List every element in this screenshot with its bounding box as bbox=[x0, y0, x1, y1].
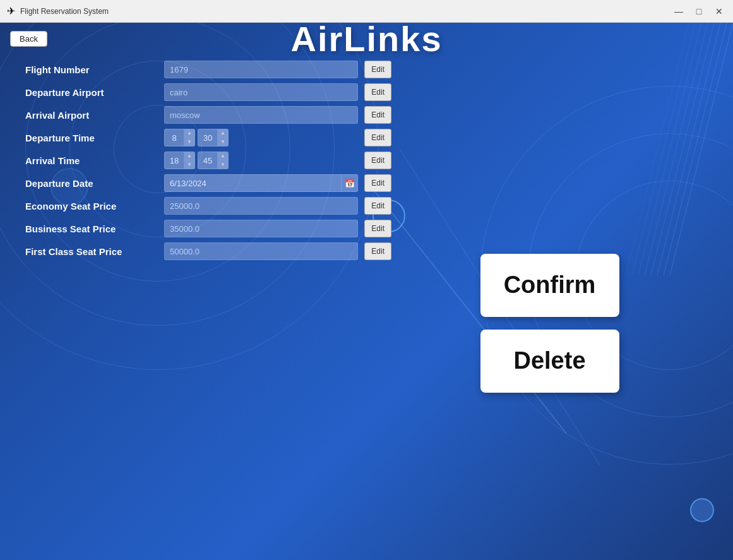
hour-down-departure-time[interactable]: ▼ bbox=[184, 138, 194, 146]
edit-button-arrival-time[interactable]: Edit bbox=[364, 152, 391, 169]
edit-button-flight-number[interactable]: Edit bbox=[364, 61, 391, 78]
input-departure-airport[interactable] bbox=[164, 83, 358, 101]
form-row-arrival-airport: Arrival AirportEdit bbox=[25, 106, 391, 124]
close-button[interactable]: ✕ bbox=[710, 4, 728, 18]
form-row-flight-number: Flight NumberEdit bbox=[25, 61, 391, 78]
label-departure-date: Departure Date bbox=[25, 178, 158, 189]
window-title: Flight Reservation System bbox=[20, 7, 670, 16]
hour-up-arrival-time[interactable]: ▲ bbox=[184, 152, 194, 160]
title-bar: ✈ Flight Reservation System — □ ✕ bbox=[0, 0, 733, 23]
edit-button-departure-airport[interactable]: Edit bbox=[364, 83, 391, 101]
form-row-first-class-seat-price: First Class Seat PriceEdit bbox=[25, 242, 391, 260]
maximize-button[interactable]: □ bbox=[690, 4, 708, 18]
delete-button[interactable]: Delete bbox=[480, 330, 619, 393]
edit-button-business-seat-price[interactable]: Edit bbox=[364, 220, 391, 237]
app-icon: ✈ bbox=[5, 6, 16, 17]
minute-down-arrival-time[interactable]: ▼ bbox=[218, 160, 228, 169]
minute-value-departure-time: 30 bbox=[198, 133, 217, 143]
hour-down-arrival-time[interactable]: ▼ bbox=[184, 160, 194, 169]
date-value-departure-date: 6/13/2024 bbox=[165, 179, 341, 188]
form-row-departure-airport: Departure AirportEdit bbox=[25, 83, 391, 101]
hour-value-arrival-time: 18 bbox=[165, 156, 184, 165]
edit-button-arrival-airport[interactable]: Edit bbox=[364, 106, 391, 124]
label-departure-airport: Departure Airport bbox=[25, 87, 158, 98]
minute-value-arrival-time: 45 bbox=[198, 156, 217, 165]
back-button[interactable]: Back bbox=[10, 31, 47, 47]
form-row-business-seat-price: Business Seat PriceEdit bbox=[25, 220, 391, 237]
edit-button-departure-time[interactable]: Edit bbox=[364, 129, 391, 146]
calendar-icon-departure-date[interactable]: 📅 bbox=[341, 175, 357, 191]
edit-button-economy-seat-price[interactable]: Edit bbox=[364, 197, 391, 215]
main-window: Back AirLinks Flight NumberEditDeparture… bbox=[0, 23, 733, 560]
time-group-arrival-time: 18 ▲ ▼ 45 ▲ ▼ bbox=[164, 152, 358, 169]
top-bar: Back AirLinks bbox=[0, 23, 733, 54]
label-first-class-seat-price: First Class Seat Price bbox=[25, 246, 158, 257]
time-group-departure-time: 8 ▲ ▼ 30 ▲ ▼ bbox=[164, 129, 358, 146]
minute-down-departure-time[interactable]: ▼ bbox=[218, 138, 228, 146]
input-flight-number[interactable] bbox=[164, 61, 358, 78]
edit-button-departure-date[interactable]: Edit bbox=[364, 174, 391, 192]
form-row-departure-date: Departure Date6/13/2024📅Edit bbox=[25, 174, 391, 192]
hour-spinner-departure-time: 8 ▲ ▼ bbox=[164, 129, 195, 146]
hour-value-departure-time: 8 bbox=[165, 133, 184, 143]
hour-spinner-arrival-time: 18 ▲ ▼ bbox=[164, 152, 195, 169]
input-arrival-airport[interactable] bbox=[164, 106, 358, 124]
input-first-class-seat-price[interactable] bbox=[164, 242, 358, 260]
label-departure-time: Departure Time bbox=[25, 133, 158, 143]
minute-up-arrival-time[interactable]: ▲ bbox=[218, 152, 228, 160]
form-row-departure-time: Departure Time8 ▲ ▼ 30 ▲ ▼ Edit bbox=[25, 129, 391, 146]
minute-up-departure-time[interactable]: ▲ bbox=[218, 129, 228, 138]
content-area: Flight NumberEditDeparture AirportEditAr… bbox=[0, 54, 733, 560]
label-arrival-airport: Arrival Airport bbox=[25, 110, 158, 121]
app-title: AirLinks bbox=[290, 23, 442, 59]
form-section: Flight NumberEditDeparture AirportEditAr… bbox=[25, 61, 391, 547]
label-flight-number: Flight Number bbox=[25, 64, 158, 75]
input-economy-seat-price[interactable] bbox=[164, 197, 358, 215]
label-economy-seat-price: Economy Seat Price bbox=[25, 201, 158, 211]
input-business-seat-price[interactable] bbox=[164, 220, 358, 237]
form-row-economy-seat-price: Economy Seat PriceEdit bbox=[25, 197, 391, 215]
form-row-arrival-time: Arrival Time18 ▲ ▼ 45 ▲ ▼ Edit bbox=[25, 152, 391, 169]
hour-up-departure-time[interactable]: ▲ bbox=[184, 129, 194, 138]
date-wrap-departure-date: 6/13/2024📅 bbox=[164, 174, 358, 192]
label-arrival-time: Arrival Time bbox=[25, 155, 158, 166]
minute-spinner-arrival-time: 45 ▲ ▼ bbox=[198, 152, 229, 169]
edit-button-first-class-seat-price[interactable]: Edit bbox=[364, 242, 391, 260]
confirm-button[interactable]: Confirm bbox=[480, 254, 619, 317]
action-section: Confirm Delete bbox=[391, 61, 708, 547]
label-business-seat-price: Business Seat Price bbox=[25, 223, 158, 234]
window-controls: — □ ✕ bbox=[670, 4, 728, 18]
minute-spinner-departure-time: 30 ▲ ▼ bbox=[198, 129, 229, 146]
minimize-button[interactable]: — bbox=[670, 4, 688, 18]
body-area: Back AirLinks Flight NumberEditDeparture… bbox=[0, 23, 733, 560]
